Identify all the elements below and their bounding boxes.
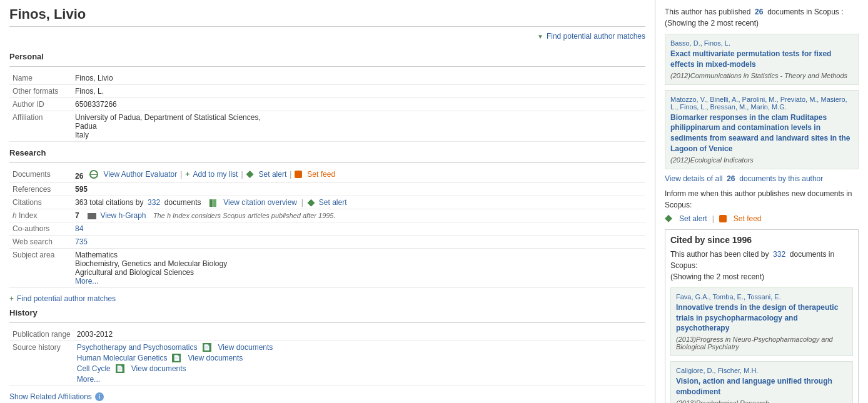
cited-count-link[interactable]: 332 [773, 250, 785, 259]
field-value-affiliation: University of Padua, Department of Stati… [72, 111, 645, 142]
table-row: Author ID 6508337266 [9, 98, 645, 111]
publication-range-value: 2003-2012 [74, 328, 645, 341]
separator: | [712, 214, 714, 223]
alert-btn-icon [246, 171, 254, 178]
subject-area-label: Subject area [9, 249, 72, 288]
view-docs-source-0[interactable]: View documents [218, 343, 273, 352]
subject-area-biochem: Biochemistry, Genetics and Molecular Bio… [75, 259, 642, 268]
h-index-label: h Index [9, 209, 72, 222]
cited-card-0: Fava, G.A., Tomba, E., Tossani, E. Innov… [670, 287, 853, 356]
view-author-evaluator-link[interactable]: View Author Evaluator [103, 170, 177, 179]
show-related-affiliations[interactable]: Show Related Affiliations i [9, 392, 645, 401]
cited-journal-1: (2013)Psychological Research [676, 399, 847, 403]
references-value: 595 [72, 183, 645, 196]
coauthors-label: Co-authors [9, 222, 72, 236]
citations-text: 363 total citations by [75, 198, 143, 207]
web-search-link[interactable]: 735 [75, 237, 88, 246]
doc-title-1[interactable]: Biomarker responses in the clam Ruditape… [670, 112, 853, 154]
source-link-1[interactable]: Human Molecular Genetics [77, 354, 168, 362]
source-link-2[interactable]: Cell Cycle [77, 364, 111, 373]
set-alert-citations-link[interactable]: Set alert [319, 198, 347, 207]
documents-label: Documents [9, 168, 72, 183]
subject-area-more-link[interactable]: More... [75, 277, 98, 286]
citations-suffix: documents [164, 198, 201, 207]
set-feed-right-link[interactable]: Set feed [734, 214, 762, 223]
subject-area-value: Mathematics Biochemistry, Genetics and M… [72, 249, 645, 288]
doc-card-0: Basso, D., Finos, L. Exact multivariate … [665, 34, 859, 85]
book-icon-2: 📄 [116, 364, 124, 373]
field-value-name: Finos, Livio [72, 72, 645, 85]
book-icon-0: 📄 [203, 343, 211, 352]
field-label-affiliation: Affiliation [9, 111, 72, 142]
view-citation-overview-link[interactable]: View citation overview [223, 198, 297, 207]
cited-title-1[interactable]: Vision, action and language unified thro… [676, 376, 847, 397]
cited-section: Cited by since 1996 This author has been… [665, 229, 859, 403]
web-search-label: Web search [9, 236, 72, 249]
research-info-table: Documents 26 View Author Evaluator | + A… [9, 168, 645, 288]
set-alert-link[interactable]: Set alert [259, 170, 287, 179]
set-alert-right-link[interactable]: Set alert [679, 214, 707, 223]
coauthors-value: 84 [72, 222, 645, 236]
author-name: Finos, Livio [9, 6, 645, 27]
view-docs-source-1[interactable]: View documents [188, 354, 243, 362]
cited-authors-0: Fava, G.A., Tomba, E., Tossani, E. [676, 293, 847, 301]
table-row: Affiliation University of Padua, Departm… [9, 111, 645, 142]
source-more-link[interactable]: More... [77, 375, 100, 384]
inform-text: Inform me when this author publishes new… [665, 188, 859, 211]
add-to-list-link[interactable]: Add to my list [193, 170, 238, 179]
source-history-value: Psychotherapy and Psychosomatics 📄 View … [74, 341, 645, 386]
doc-card-1: Matozzo, V., Binelli, A., Parolini, M., … [665, 90, 859, 169]
cited-intro: This author has been cited by 332 docume… [670, 249, 853, 282]
source-history-label: Source history [9, 341, 74, 386]
view-all-documents-link[interactable]: View details of all 26 documents by this… [665, 174, 859, 183]
cited-authors-1: Caligiore, D., Fischer, M.H. [676, 367, 847, 374]
field-value-other-formats: Finos, L. [72, 85, 645, 98]
find-matches-top-link[interactable]: ▼ Find potential author matches [537, 32, 645, 41]
field-label-author-id: Author ID [9, 98, 72, 111]
history-section-title: History [9, 308, 645, 317]
cited-card-1: Caligiore, D., Fischer, M.H. Vision, act… [670, 361, 853, 403]
web-search-row: Web search 735 [9, 236, 645, 249]
citations-by-link[interactable]: 332 [148, 198, 160, 207]
globe-icon [89, 170, 98, 179]
affiliation-text: University of Padua, Department of Stati… [75, 113, 261, 139]
graph-icon [88, 213, 96, 219]
documents-row: Documents 26 View Author Evaluator | + A… [9, 168, 645, 183]
source-link-0[interactable]: Psychotherapy and Psychosomatics [77, 343, 198, 352]
h-index-number: 7 [75, 211, 79, 220]
subject-area-math: Mathematics [75, 251, 642, 259]
h-index-row: h Index 7 View h-Graph The h Index consi… [9, 209, 645, 222]
doc-authors-0: Basso, D., Finos, L. [670, 39, 853, 47]
coauthors-link[interactable]: 84 [75, 224, 83, 233]
view-docs-source-2[interactable]: View documents [131, 364, 186, 373]
subject-area-row: Subject area Mathematics Biochemistry, G… [9, 249, 645, 288]
doc-title-0[interactable]: Exact multivariate permutation tests for… [670, 49, 853, 70]
doc-journal-0: (2012)Communications in Statistics - The… [670, 72, 853, 79]
coauthors-row: Co-authors 84 [9, 222, 645, 236]
field-label-name: Name [9, 72, 72, 85]
doc-journal-1: (2012)Ecological Indicators [670, 156, 853, 164]
table-row: Other formats Finos, L. [9, 85, 645, 98]
personal-info-table: Name Finos, Livio Other formats Finos, L… [9, 72, 645, 142]
cited-title-0[interactable]: Innovative trends in the design of thera… [676, 302, 847, 334]
view-h-graph-link[interactable]: View h-Graph [100, 211, 146, 220]
references-label: References [9, 183, 72, 196]
separator: | [241, 170, 243, 179]
field-label-other-formats: Other formats [9, 85, 72, 98]
arrow-down-icon: ▼ [537, 33, 543, 40]
separator: | [290, 170, 291, 179]
pub-count-link[interactable]: 26 [755, 7, 763, 16]
history-info-table: Publication range 2003-2012 Source histo… [9, 328, 645, 386]
publication-range-label: Publication range [9, 328, 74, 341]
find-matches-bottom[interactable]: + Find potential author matches [9, 294, 645, 303]
source-history-row: Source history Psychotherapy and Psychos… [9, 341, 645, 386]
set-feed-link[interactable]: Set feed [307, 170, 335, 179]
doc-authors-1: Matozzo, V., Binelli, A., Parolini, M., … [670, 96, 853, 111]
citations-row: Citations 363 total citations by 332 doc… [9, 196, 645, 209]
alert-btn-icon-right [665, 215, 672, 222]
h-index-note: The h Index considers Scopus articles pu… [153, 212, 336, 219]
research-section-title: Research [9, 148, 645, 157]
right-panel-intro: This author has published 26 documents i… [665, 6, 859, 29]
book-icon-1: 📄 [172, 354, 181, 362]
cited-section-title: Cited by since 1996 [670, 235, 853, 245]
